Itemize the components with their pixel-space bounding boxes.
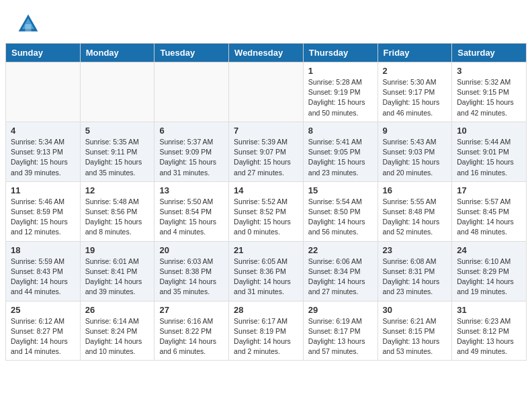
logo — [16, 12, 44, 36]
day-info: Sunrise: 5:41 AM Sunset: 9:05 PM Dayligh… — [308, 137, 373, 178]
day-number: 11 — [11, 185, 75, 195]
day-number: 26 — [85, 305, 150, 315]
day-info: Sunrise: 5:44 AM Sunset: 9:01 PM Dayligh… — [457, 137, 521, 178]
day-number: 1 — [308, 66, 373, 76]
day-info: Sunrise: 5:52 AM Sunset: 8:52 PM Dayligh… — [234, 197, 298, 238]
day-number: 9 — [383, 126, 447, 136]
svg-rect-2 — [26, 24, 32, 32]
day-number: 22 — [308, 245, 373, 255]
day-info: Sunrise: 5:34 AM Sunset: 9:13 PM Dayligh… — [11, 137, 75, 178]
day-info: Sunrise: 5:32 AM Sunset: 9:15 PM Dayligh… — [457, 77, 521, 118]
day-info: Sunrise: 6:16 AM Sunset: 8:22 PM Dayligh… — [159, 316, 224, 357]
day-info: Sunrise: 5:48 AM Sunset: 8:56 PM Dayligh… — [85, 197, 150, 238]
day-number: 27 — [159, 305, 224, 315]
day-info: Sunrise: 6:01 AM Sunset: 8:41 PM Dayligh… — [85, 257, 150, 298]
calendar-day-cell: 8Sunrise: 5:41 AM Sunset: 9:05 PM Daylig… — [303, 122, 378, 181]
day-of-week-header: Monday — [80, 44, 154, 62]
day-info: Sunrise: 6:12 AM Sunset: 8:27 PM Dayligh… — [11, 316, 75, 357]
day-info: Sunrise: 6:05 AM Sunset: 8:36 PM Dayligh… — [234, 257, 298, 298]
day-number: 18 — [11, 245, 75, 255]
day-number: 29 — [308, 305, 373, 315]
day-of-week-header: Sunday — [6, 44, 81, 62]
day-number: 8 — [308, 126, 373, 136]
calendar-body: 1Sunrise: 5:28 AM Sunset: 9:19 PM Daylig… — [6, 62, 527, 361]
day-info: Sunrise: 5:30 AM Sunset: 9:17 PM Dayligh… — [383, 77, 447, 118]
calendar-day-cell: 31Sunrise: 6:23 AM Sunset: 8:12 PM Dayli… — [452, 301, 527, 361]
day-number: 7 — [234, 126, 298, 136]
day-number: 5 — [85, 126, 150, 136]
calendar-table: SundayMondayTuesdayWednesdayThursdayFrid… — [5, 43, 527, 361]
day-info: Sunrise: 5:50 AM Sunset: 8:54 PM Dayligh… — [159, 197, 224, 238]
calendar-day-cell: 26Sunrise: 6:14 AM Sunset: 8:24 PM Dayli… — [80, 301, 154, 361]
day-number: 3 — [457, 66, 521, 76]
calendar-day-cell: 15Sunrise: 5:54 AM Sunset: 8:50 PM Dayli… — [303, 181, 378, 241]
day-number: 15 — [308, 185, 373, 195]
day-number: 10 — [457, 126, 521, 136]
calendar-week-row: 18Sunrise: 5:59 AM Sunset: 8:43 PM Dayli… — [6, 241, 527, 301]
calendar-day-cell — [154, 62, 229, 122]
calendar-day-cell: 29Sunrise: 6:19 AM Sunset: 8:17 PM Dayli… — [303, 301, 378, 361]
day-info: Sunrise: 5:37 AM Sunset: 9:09 PM Dayligh… — [159, 137, 224, 178]
day-of-week-header: Saturday — [452, 44, 527, 62]
calendar-day-cell: 14Sunrise: 5:52 AM Sunset: 8:52 PM Dayli… — [229, 181, 304, 241]
day-number: 19 — [85, 245, 150, 255]
day-number: 30 — [383, 305, 447, 315]
calendar-day-cell: 18Sunrise: 5:59 AM Sunset: 8:43 PM Dayli… — [6, 241, 81, 301]
day-info: Sunrise: 5:35 AM Sunset: 9:11 PM Dayligh… — [85, 137, 150, 178]
day-number: 20 — [159, 245, 224, 255]
calendar-day-cell: 3Sunrise: 5:32 AM Sunset: 9:15 PM Daylig… — [452, 62, 527, 122]
day-of-week-header: Tuesday — [154, 44, 229, 62]
calendar-day-cell: 21Sunrise: 6:05 AM Sunset: 8:36 PM Dayli… — [229, 241, 304, 301]
calendar-week-row: 11Sunrise: 5:46 AM Sunset: 8:59 PM Dayli… — [6, 181, 527, 241]
calendar-day-cell: 28Sunrise: 6:17 AM Sunset: 8:19 PM Dayli… — [229, 301, 304, 361]
calendar-header: SundayMondayTuesdayWednesdayThursdayFrid… — [6, 44, 527, 62]
day-info: Sunrise: 5:59 AM Sunset: 8:43 PM Dayligh… — [11, 257, 75, 298]
calendar-day-cell — [6, 62, 81, 122]
logo-icon — [16, 12, 40, 36]
day-info: Sunrise: 5:54 AM Sunset: 8:50 PM Dayligh… — [308, 197, 373, 238]
calendar-day-cell: 11Sunrise: 5:46 AM Sunset: 8:59 PM Dayli… — [6, 181, 81, 241]
calendar-day-cell: 25Sunrise: 6:12 AM Sunset: 8:27 PM Dayli… — [6, 301, 81, 361]
day-number: 21 — [234, 245, 298, 255]
calendar-day-cell: 30Sunrise: 6:21 AM Sunset: 8:15 PM Dayli… — [378, 301, 452, 361]
calendar-day-cell: 9Sunrise: 5:43 AM Sunset: 9:03 PM Daylig… — [378, 122, 452, 181]
day-number: 2 — [383, 66, 447, 76]
calendar-wrapper: SundayMondayTuesdayWednesdayThursdayFrid… — [0, 43, 532, 366]
day-info: Sunrise: 5:57 AM Sunset: 8:45 PM Dayligh… — [457, 197, 521, 238]
calendar-day-cell: 2Sunrise: 5:30 AM Sunset: 9:17 PM Daylig… — [378, 62, 452, 122]
day-number: 12 — [85, 185, 150, 195]
day-info: Sunrise: 6:06 AM Sunset: 8:34 PM Dayligh… — [308, 257, 373, 298]
day-of-week-header: Friday — [378, 44, 452, 62]
calendar-day-cell — [80, 62, 154, 122]
day-info: Sunrise: 6:08 AM Sunset: 8:31 PM Dayligh… — [383, 257, 447, 298]
calendar-week-row: 4Sunrise: 5:34 AM Sunset: 9:13 PM Daylig… — [6, 122, 527, 181]
day-number: 6 — [159, 126, 224, 136]
day-number: 28 — [234, 305, 298, 315]
day-info: Sunrise: 6:03 AM Sunset: 8:38 PM Dayligh… — [159, 257, 224, 298]
calendar-day-cell: 27Sunrise: 6:16 AM Sunset: 8:22 PM Dayli… — [154, 301, 229, 361]
day-number: 4 — [11, 126, 75, 136]
calendar-week-row: 1Sunrise: 5:28 AM Sunset: 9:19 PM Daylig… — [6, 62, 527, 122]
calendar-day-cell: 13Sunrise: 5:50 AM Sunset: 8:54 PM Dayli… — [154, 181, 229, 241]
day-info: Sunrise: 6:21 AM Sunset: 8:15 PM Dayligh… — [383, 316, 447, 357]
day-info: Sunrise: 5:39 AM Sunset: 9:07 PM Dayligh… — [234, 137, 298, 178]
calendar-day-cell: 12Sunrise: 5:48 AM Sunset: 8:56 PM Dayli… — [80, 181, 154, 241]
day-info: Sunrise: 5:43 AM Sunset: 9:03 PM Dayligh… — [383, 137, 447, 178]
day-number: 13 — [159, 185, 224, 195]
day-info: Sunrise: 6:19 AM Sunset: 8:17 PM Dayligh… — [308, 316, 373, 357]
day-info: Sunrise: 6:23 AM Sunset: 8:12 PM Dayligh… — [457, 316, 521, 357]
day-of-week-header: Wednesday — [229, 44, 304, 62]
day-number: 24 — [457, 245, 521, 255]
calendar-day-cell: 24Sunrise: 6:10 AM Sunset: 8:29 PM Dayli… — [452, 241, 527, 301]
calendar-day-cell: 17Sunrise: 5:57 AM Sunset: 8:45 PM Dayli… — [452, 181, 527, 241]
calendar-day-cell: 1Sunrise: 5:28 AM Sunset: 9:19 PM Daylig… — [303, 62, 378, 122]
day-number: 25 — [11, 305, 75, 315]
calendar-day-cell: 16Sunrise: 5:55 AM Sunset: 8:48 PM Dayli… — [378, 181, 452, 241]
calendar-day-cell: 7Sunrise: 5:39 AM Sunset: 9:07 PM Daylig… — [229, 122, 304, 181]
day-info: Sunrise: 5:28 AM Sunset: 9:19 PM Dayligh… — [308, 77, 373, 118]
day-number: 16 — [383, 185, 447, 195]
day-number: 31 — [457, 305, 521, 315]
calendar-day-cell: 20Sunrise: 6:03 AM Sunset: 8:38 PM Dayli… — [154, 241, 229, 301]
day-number: 17 — [457, 185, 521, 195]
calendar-day-cell: 19Sunrise: 6:01 AM Sunset: 8:41 PM Dayli… — [80, 241, 154, 301]
